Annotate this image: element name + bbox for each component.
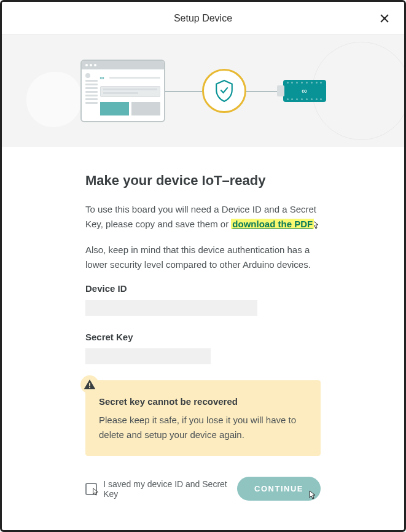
warning-title: Secret key cannot be recovered <box>99 396 307 407</box>
dialog-header: Setup Device <box>2 2 404 35</box>
dialog-title: Setup Device <box>174 13 232 24</box>
saved-checkbox-row[interactable]: I saved my device ID and Secret Key <box>85 479 237 499</box>
shield-icon <box>202 69 246 113</box>
svg-rect-3 <box>89 387 90 388</box>
warning-icon <box>80 375 99 394</box>
description-1: To use this board you will need a Device… <box>85 202 321 232</box>
hero-illustration: ∞ ∞ <box>2 35 404 147</box>
cursor-icon <box>308 490 317 502</box>
svg-rect-2 <box>89 383 90 386</box>
footer-row: I saved my device ID and Secret Key CONT… <box>85 477 321 501</box>
cursor-icon <box>92 488 100 499</box>
main-content: Make your device IoT–ready To use this b… <box>2 147 404 501</box>
arduino-board-icon: ∞ <box>283 80 326 102</box>
browser-mock-icon: ∞ <box>80 60 165 122</box>
saved-checkbox-label: I saved my device ID and Secret Key <box>103 479 237 499</box>
close-button[interactable] <box>377 11 392 26</box>
device-id-value[interactable] <box>85 300 257 316</box>
warning-text: Please keep it safe, if you lose it you … <box>99 413 307 442</box>
continue-button[interactable]: CONTINUE <box>237 477 321 501</box>
close-icon <box>379 13 390 24</box>
download-pdf-link[interactable]: download the PDF <box>231 219 314 229</box>
warning-box: Secret key cannot be recovered Please ke… <box>85 380 321 456</box>
device-id-label: Device ID <box>85 283 321 294</box>
secret-key-label: Secret Key <box>85 332 321 342</box>
page-title: Make your device IoT–ready <box>85 173 321 189</box>
description-2: Also, keep in mind that this device auth… <box>85 243 321 272</box>
saved-checkbox[interactable] <box>85 483 97 495</box>
secret-key-value[interactable] <box>85 348 211 364</box>
